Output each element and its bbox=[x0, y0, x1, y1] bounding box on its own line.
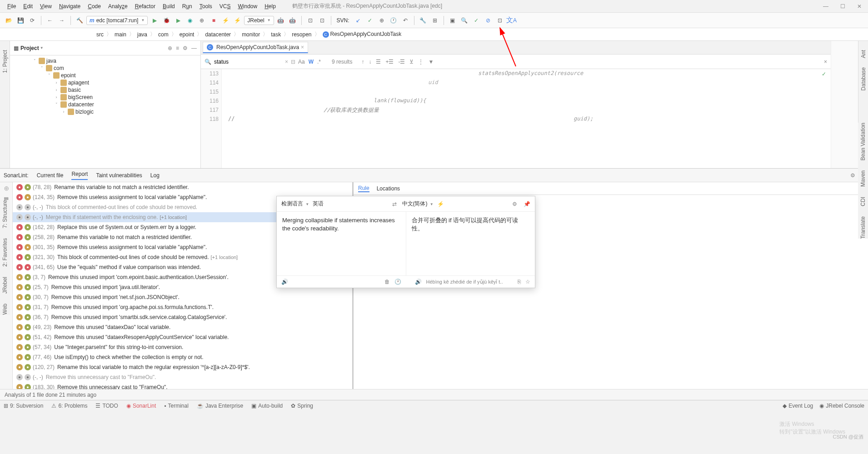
translate-icon[interactable]: 文A bbox=[507, 15, 517, 25]
bolt-icon[interactable]: ⚡ bbox=[437, 201, 444, 207]
breadcrumb-item[interactable]: resopen bbox=[290, 31, 313, 38]
tab-rule[interactable]: Rule bbox=[358, 185, 369, 192]
close-tab-icon[interactable]: × bbox=[301, 44, 304, 50]
filter-icon[interactable]: ▼ bbox=[428, 59, 434, 65]
sb-subversion[interactable]: ⊞ 9: Subversion bbox=[4, 403, 43, 409]
star-icon[interactable]: ☆ bbox=[525, 279, 530, 285]
source-lang-button[interactable]: 英语 bbox=[313, 200, 324, 208]
issue-row[interactable]: ●●(183, 30)Remove this unnecessary cast … bbox=[13, 382, 352, 389]
dropdown-icon[interactable]: ▼ bbox=[40, 46, 44, 50]
clear-search-icon[interactable]: × bbox=[285, 59, 288, 65]
profile-icon[interactable]: ◉ bbox=[185, 15, 195, 25]
toolwindow-jrebel[interactable]: JRebel bbox=[2, 277, 8, 294]
toolwindow-beanvalidation[interactable]: Bean Validation bbox=[860, 123, 866, 160]
menu-file[interactable]: File bbox=[4, 1, 20, 11]
breadcrumb-item[interactable]: epoint bbox=[178, 31, 196, 38]
stop-icon[interactable]: ■ bbox=[209, 15, 219, 25]
toolwindow-maven[interactable]: Maven bbox=[860, 170, 866, 187]
target-icon[interactable]: ◎ bbox=[4, 185, 9, 191]
wrench-icon[interactable]: 🔧 bbox=[418, 15, 428, 25]
back-icon[interactable]: ← bbox=[45, 15, 55, 25]
menu-code[interactable]: Code bbox=[84, 1, 105, 11]
breadcrumb-item[interactable]: main bbox=[113, 31, 128, 38]
rm-selection-icon[interactable]: -☰ bbox=[398, 59, 405, 65]
sb-todo[interactable]: ☰ TODO bbox=[95, 403, 118, 409]
locate-icon[interactable]: ⊕ bbox=[168, 45, 172, 51]
gear-icon[interactable]: ⚙ bbox=[512, 201, 517, 207]
detect-lang-button[interactable]: 检测语言 ▼ bbox=[281, 200, 309, 208]
tree-item[interactable]: ˅java bbox=[10, 57, 200, 65]
jrebel2-icon[interactable]: ⚡ bbox=[232, 15, 242, 25]
issue-row[interactable]: ●●(49, 23)Remove this unused "dataexDao"… bbox=[13, 322, 352, 332]
breadcrumb-item[interactable]: java bbox=[135, 31, 149, 38]
search-history-icon[interactable]: ⊟ bbox=[291, 59, 295, 65]
menu-run[interactable]: Run bbox=[179, 1, 196, 11]
issue-row[interactable]: ●●(30, 7)Remove this unused import 'net.… bbox=[13, 292, 352, 302]
speaker-dst-icon[interactable]: 🔊 bbox=[415, 279, 422, 285]
sb-problems[interactable]: ⚠ 6: Problems bbox=[51, 403, 87, 409]
tab-current-file[interactable]: Current file bbox=[37, 172, 64, 179]
refresh-icon[interactable]: ⟳ bbox=[27, 15, 37, 25]
menu-window[interactable]: Window bbox=[234, 1, 261, 11]
sb-autobuild[interactable]: ▣ Auto-build bbox=[251, 403, 283, 409]
sb-spring[interactable]: ✿ Spring bbox=[291, 403, 313, 409]
target-lang-button[interactable]: 中文(简体) ▼ bbox=[402, 200, 434, 208]
svn-update-icon[interactable]: ↙ bbox=[353, 15, 363, 25]
fullscreen-icon[interactable]: ▣ bbox=[448, 15, 458, 25]
svn-history-icon[interactable]: ⊕ bbox=[377, 15, 387, 25]
issue-row[interactable]: ●●(-, -)Remove this unnecessary cast to … bbox=[13, 372, 352, 382]
forward-icon[interactable]: → bbox=[57, 15, 67, 25]
breadcrumb-item[interactable]: com bbox=[156, 31, 170, 38]
gear-icon[interactable]: ⚙ bbox=[850, 172, 855, 179]
git1-icon[interactable]: 🤖 bbox=[276, 15, 286, 25]
menu-vcs[interactable]: VCS bbox=[216, 1, 234, 11]
select-all-icon[interactable]: ☰ bbox=[376, 59, 381, 65]
toolwindow-web[interactable]: Web bbox=[2, 304, 8, 314]
tab-log[interactable]: Log bbox=[150, 172, 160, 179]
breadcrumb-item[interactable]: task bbox=[269, 31, 283, 38]
editor-code[interactable]: 113114115116117118 ✓ statsResOpenApplyco… bbox=[201, 69, 831, 168]
tree-item[interactable]: ›basic bbox=[10, 86, 200, 94]
breadcrumb-item[interactable]: monitor bbox=[240, 31, 262, 38]
debug-icon[interactable]: 🐞 bbox=[161, 15, 171, 25]
jrebel-selector[interactable]: JRebel ▼ bbox=[244, 16, 274, 25]
tab-taint[interactable]: Taint vulnerabilities bbox=[96, 172, 142, 179]
tree-item[interactable]: ›bigScreen bbox=[10, 94, 200, 101]
project-tree[interactable]: ˅java˅com˅epoint›apiagent›basic›bigScree… bbox=[10, 55, 200, 168]
settings-icon[interactable]: ⚙ bbox=[183, 45, 188, 51]
pin-icon[interactable]: 📌 bbox=[524, 201, 530, 207]
words-icon[interactable]: W bbox=[309, 59, 314, 65]
extra1-icon[interactable]: ⊡ bbox=[495, 15, 505, 25]
history-icon[interactable]: 🕐 bbox=[394, 279, 401, 285]
issue-row[interactable]: ●●(78, 28)Rename this variable to not ma… bbox=[13, 182, 352, 192]
copy-icon[interactable]: ⎘ bbox=[518, 279, 521, 285]
delete-icon[interactable]: 🗑 bbox=[384, 279, 390, 285]
tree-item[interactable]: ˅datacenter bbox=[10, 101, 200, 108]
pass-icon[interactable]: ✓ bbox=[471, 15, 481, 25]
editor-minimap[interactable] bbox=[831, 41, 858, 168]
toolwindow-structure[interactable]: 7: Structure bbox=[2, 200, 8, 228]
add-selection-icon[interactable]: +☰ bbox=[385, 59, 394, 65]
sb-javaee[interactable]: ☕ Java Enterprise bbox=[197, 403, 243, 409]
prev-match-icon[interactable]: ↑ bbox=[361, 59, 364, 65]
deny-icon[interactable]: ⊘ bbox=[483, 15, 493, 25]
tree-item[interactable]: ›apiagent bbox=[10, 79, 200, 86]
source-text[interactable]: Merging collapsible if statements increa… bbox=[277, 212, 406, 275]
run-config-selector[interactable]: m edc [tomcat7:run] ▼ bbox=[86, 16, 148, 25]
save-icon[interactable]: 💾 bbox=[15, 15, 25, 25]
close-icon[interactable]: ✕ bbox=[854, 1, 864, 11]
issue-row[interactable]: ●●(57, 34)Use "Integer.parseInt" for thi… bbox=[13, 342, 352, 352]
git2-icon[interactable]: 🤖 bbox=[288, 15, 298, 25]
speaker-src-icon[interactable]: 🔊 bbox=[281, 279, 288, 285]
issue-row[interactable]: ●●(36, 7)Remove this unused import 'smar… bbox=[13, 312, 352, 322]
toolwindow-cdi[interactable]: CDI bbox=[860, 197, 866, 206]
tree-item[interactable]: ˅com bbox=[10, 65, 200, 72]
close-search-icon[interactable]: × bbox=[824, 59, 827, 65]
toolwindow-favorites[interactable]: 2: Favorites bbox=[2, 238, 8, 267]
menu-edit[interactable]: Edit bbox=[20, 1, 36, 11]
menu-refactor[interactable]: Refactor bbox=[131, 1, 159, 11]
search-input[interactable] bbox=[214, 59, 282, 65]
coverage-icon[interactable]: ▶ bbox=[173, 15, 183, 25]
changes-icon[interactable]: ⊡ bbox=[317, 15, 327, 25]
minimize-icon[interactable]: — bbox=[820, 1, 831, 11]
